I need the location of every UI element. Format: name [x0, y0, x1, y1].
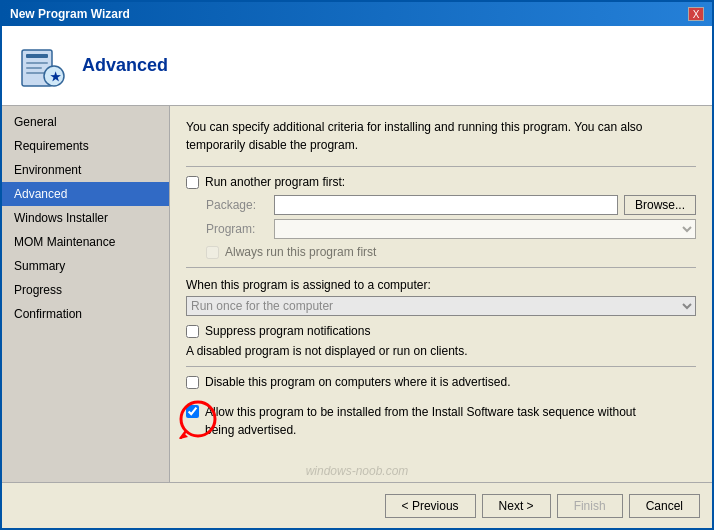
run-another-checkbox[interactable]: [186, 176, 199, 189]
package-label: Package:: [206, 198, 274, 212]
suppress-checkbox[interactable]: [186, 325, 199, 338]
cancel-button[interactable]: Cancel: [629, 494, 700, 518]
header-title: Advanced: [82, 55, 168, 76]
header-area: ★ Advanced: [2, 26, 712, 106]
always-run-checkbox[interactable]: [206, 246, 219, 259]
package-row: Package: Browse...: [186, 195, 696, 215]
separator-3: [186, 366, 696, 367]
run-another-row: Run another program first:: [186, 175, 696, 189]
description-text: You can specify additional criteria for …: [186, 118, 696, 154]
body: General Requirements Environment Advance…: [2, 106, 712, 482]
always-run-row: Always run this program first: [186, 245, 696, 259]
svg-rect-4: [26, 72, 46, 74]
close-button[interactable]: X: [688, 7, 704, 21]
assign-select[interactable]: Run once for the computer: [186, 296, 696, 316]
svg-line-8: [180, 431, 186, 439]
sidebar-item-requirements[interactable]: Requirements: [2, 134, 169, 158]
program-select[interactable]: [274, 219, 696, 239]
separator-1: [186, 166, 696, 167]
assign-section: When this program is assigned to a compu…: [186, 278, 696, 316]
note-text: A disabled program is not displayed or r…: [186, 344, 696, 358]
run-another-label: Run another program first:: [205, 175, 345, 189]
svg-rect-1: [26, 54, 48, 58]
browse-button[interactable]: Browse...: [624, 195, 696, 215]
suppress-label: Suppress program notifications: [205, 324, 370, 338]
allow-row: Allow this program to be installed from …: [186, 403, 665, 439]
sidebar: General Requirements Environment Advance…: [2, 106, 170, 482]
window-title: New Program Wizard: [10, 7, 130, 21]
wizard-icon: ★: [18, 42, 66, 90]
content-area: You can specify additional criteria for …: [170, 106, 712, 482]
next-button[interactable]: Next >: [482, 494, 551, 518]
disable-checkbox[interactable]: [186, 376, 199, 389]
title-bar: New Program Wizard X: [2, 2, 712, 26]
sidebar-item-general[interactable]: General: [2, 110, 169, 134]
previous-button[interactable]: < Previous: [385, 494, 476, 518]
sidebar-item-environment[interactable]: Environment: [2, 158, 169, 182]
sidebar-item-advanced[interactable]: Advanced: [2, 182, 169, 206]
always-run-label: Always run this program first: [225, 245, 376, 259]
svg-rect-2: [26, 62, 48, 64]
svg-marker-9: [180, 433, 188, 439]
footer: windows-noob.com < Previous Next > Finis…: [2, 482, 712, 528]
svg-text:★: ★: [50, 70, 61, 84]
sidebar-item-mom-maintenance[interactable]: MOM Maintenance: [2, 230, 169, 254]
finish-button[interactable]: Finish: [557, 494, 623, 518]
allow-install-checkbox[interactable]: [186, 405, 199, 418]
sidebar-item-summary[interactable]: Summary: [2, 254, 169, 278]
svg-rect-3: [26, 67, 42, 69]
suppress-row: Suppress program notifications: [186, 324, 696, 338]
program-label: Program:: [206, 222, 274, 236]
package-input[interactable]: [274, 195, 618, 215]
dialog-window: New Program Wizard X ★ Advanced General …: [0, 0, 714, 530]
assign-label: When this program is assigned to a compu…: [186, 278, 696, 292]
separator-2: [186, 267, 696, 268]
sidebar-item-progress[interactable]: Progress: [2, 278, 169, 302]
sidebar-item-windows-installer[interactable]: Windows Installer: [2, 206, 169, 230]
allow-install-label: Allow this program to be installed from …: [205, 403, 665, 439]
disable-row: Disable this program on computers where …: [186, 375, 696, 389]
program-row: Program:: [186, 219, 696, 239]
sidebar-item-confirmation[interactable]: Confirmation: [2, 302, 169, 326]
disable-label: Disable this program on computers where …: [205, 375, 510, 389]
